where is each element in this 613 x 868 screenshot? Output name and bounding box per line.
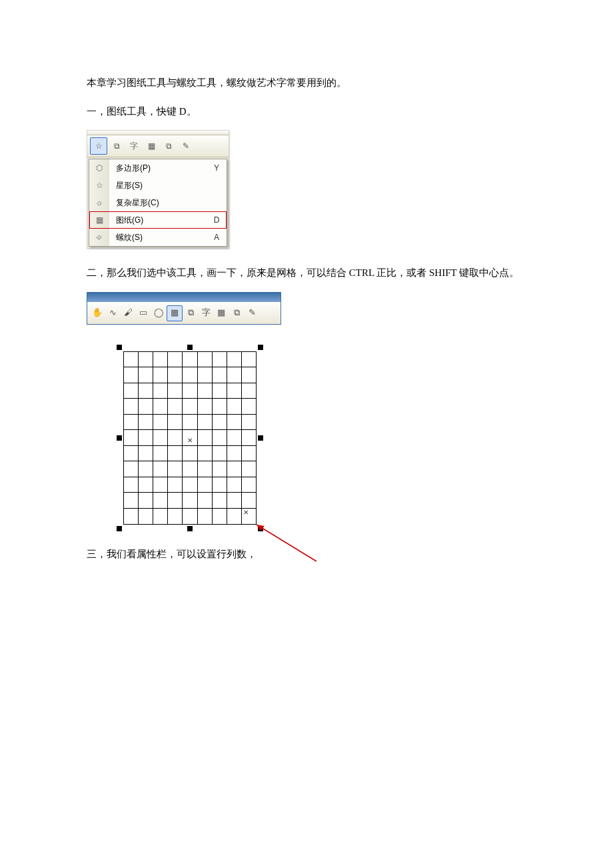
group-tool-icon-2[interactable]: ⧉ [229,306,244,321]
screenshot-grid-drawing: ✋ ∿ 🖌 ▭ ◯ ▦ ⧉ 字 ▦ ⧉ ✎ ✕ ✕ [87,292,526,525]
svg-line-0 [257,525,316,561]
annotation-arrow [250,521,330,575]
intro-paragraph: 本章学习图纸工具与螺纹工具，螺纹做艺术字常要用到的。 [87,73,526,93]
spiral-icon: ꩜ [89,229,109,246]
menu-item-shortcut: D [207,213,227,228]
shape-tool-icon-2[interactable]: ⧉ [183,306,198,321]
grid-object: ✕ ✕ [123,351,297,525]
smart-fill-icon[interactable]: 🖌 [121,306,135,321]
section-2-text: 二，那么我们选中该工具，画一下，原来是网格，可以结合 CTRL 正比，或者 SH… [87,263,526,283]
hand-tool-icon[interactable]: ✋ [90,306,105,321]
hexagon-icon: ⬡ [89,159,109,177]
menu-item-label: 螺纹(S) [109,230,207,245]
handle-ne[interactable] [258,345,263,350]
flyout-menu: ⬡多边形(P)Y☆星形(S)☼复杂星形(C)▦图纸(G)D꩜螺纹(S)A [89,159,227,247]
handle-s[interactable] [187,526,193,531]
table-tool-icon-2[interactable]: ▦ [214,306,229,321]
menu-item-graph-paper[interactable]: ▦图纸(G)D [89,211,227,229]
menu-item-shortcut: Y [207,161,227,176]
svg-marker-1 [257,525,265,531]
eyedropper-icon-2[interactable]: ✎ [245,306,259,321]
handle-sw[interactable] [117,526,122,531]
text-tool-icon-2[interactable]: 字 [199,306,213,321]
menu-item-label: 复杂星形(C) [109,195,207,211]
star-tool-icon[interactable]: ☆ [90,137,107,155]
text-tool-icon[interactable]: 字 [126,138,142,154]
menu-item-label: 星形(S) [109,178,207,193]
menu-item-spiral[interactable]: ꩜螺纹(S)A [89,229,227,246]
freehand-tool-icon[interactable]: ∿ [105,306,120,321]
handle-w[interactable] [117,435,122,441]
menu-item-hexagon[interactable]: ⬡多边形(P)Y [89,159,227,177]
graph-paper-icon: ▦ [89,211,109,229]
menu-item-label: 图纸(G) [109,213,207,228]
toolbox-row: ✋ ∿ 🖌 ▭ ◯ ▦ ⧉ 字 ▦ ⧉ ✎ [87,302,281,324]
shape-tool-icon[interactable]: ⧉ [109,138,125,154]
star-icon: ☆ [89,177,109,194]
table-tool-icon[interactable]: ▦ [143,138,159,154]
window-titlebar-blue [87,293,281,302]
rectangle-tool-icon[interactable]: ▭ [136,306,151,321]
window-titlebar [87,131,229,135]
screenshot-tool-menu: ☆ ⧉ 字 ▦ ⧉ ✎ ⬡多边形(P)Y☆星形(S)☼复杂星形(C)▦图纸(G)… [87,130,229,249]
window-chrome: ✋ ∿ 🖌 ▭ ◯ ▦ ⧉ 字 ▦ ⧉ ✎ [87,292,281,325]
group-tool-icon[interactable]: ⧉ [161,138,177,154]
menu-item-sun[interactable]: ☼复杂星形(C) [89,194,227,211]
section-1-text: 一，图纸工具，快键 D。 [87,102,526,121]
handle-nw[interactable] [117,345,122,350]
graph-paper-tool-icon[interactable]: ▦ [167,305,183,321]
toolbar: ☆ ⧉ 字 ▦ ⧉ ✎ [87,135,229,157]
menu-item-star[interactable]: ☆星形(S) [89,177,227,194]
menu-item-shortcut: A [207,230,227,245]
center-marker: ✕ [187,434,193,447]
handle-n[interactable] [187,345,193,350]
handle-e[interactable] [258,435,263,441]
menu-item-label: 多边形(P) [109,161,207,176]
eyedropper-icon[interactable]: ✎ [178,138,194,154]
ellipse-tool-icon[interactable]: ◯ [151,306,166,321]
sun-icon: ☼ [89,194,109,211]
drag-marker: ✕ [243,506,249,519]
